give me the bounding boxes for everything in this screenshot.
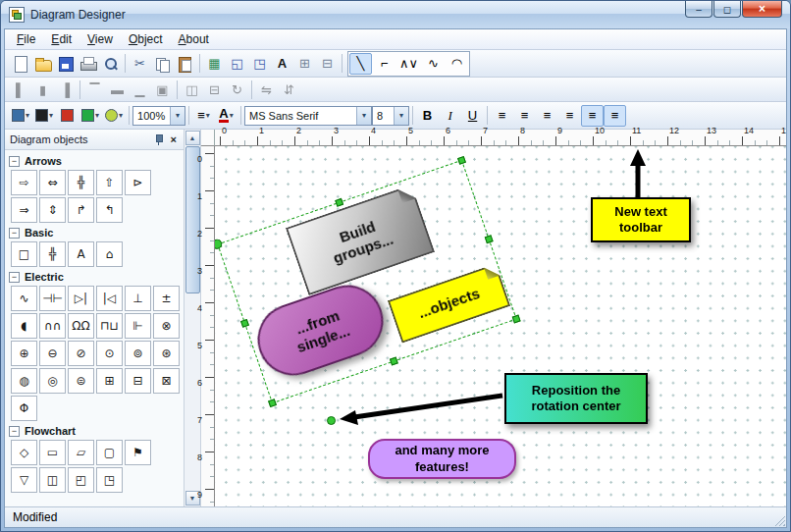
zigzag-tool[interactable]: ∧∨ bbox=[396, 53, 421, 75]
shape-electric-3-2[interactable]: ⊖ bbox=[39, 341, 66, 366]
print-preview-button[interactable] bbox=[99, 53, 122, 75]
insert-image-button[interactable]: ▦ bbox=[203, 53, 226, 75]
maximize-button[interactable]: ◻ bbox=[713, 1, 741, 18]
shape-flowchart-1-3[interactable]: ▱ bbox=[68, 440, 94, 465]
collapse-icon[interactable]: − bbox=[9, 272, 20, 283]
shape-electric-3-3[interactable]: ⊘ bbox=[68, 341, 94, 366]
shape-flowchart-2-3[interactable]: ◰ bbox=[68, 467, 94, 493]
shape-electric-1-1[interactable]: ∿ bbox=[11, 286, 37, 311]
title-bar[interactable]: Diagram Designer bbox=[1, 1, 790, 28]
selection-handle[interactable] bbox=[390, 357, 398, 366]
panel-close-icon[interactable]: × bbox=[169, 133, 179, 145]
shape-electric-3-1[interactable]: ⊕ bbox=[11, 341, 37, 366]
shape-electric-4-5[interactable]: ⊟ bbox=[125, 368, 151, 394]
shape-arrows-2-3[interactable]: ↱ bbox=[68, 197, 94, 223]
section-header-flowchart[interactable]: −Flowchart bbox=[8, 422, 181, 439]
selection-handle[interactable] bbox=[485, 235, 494, 243]
shape-basic-1-1[interactable]: □ bbox=[11, 241, 37, 267]
selection-handle[interactable] bbox=[512, 315, 521, 324]
font-color-button[interactable]: A▾ bbox=[215, 105, 237, 127]
pin-icon[interactable] bbox=[154, 134, 164, 145]
bold-button[interactable]: B bbox=[416, 105, 439, 127]
rotation-handle[interactable] bbox=[215, 238, 224, 250]
menu-edit[interactable]: Edit bbox=[43, 30, 79, 48]
shape-basic-1-3[interactable]: A bbox=[68, 241, 94, 267]
shape-electric-2-6[interactable]: ⊗ bbox=[153, 313, 180, 339]
shape-basic-1-2[interactable]: ╬ bbox=[39, 241, 66, 267]
selection-handle[interactable] bbox=[240, 319, 249, 328]
callout-many-more[interactable]: and many more features! bbox=[368, 439, 516, 479]
line-width-button[interactable]: ≡▾ bbox=[192, 105, 215, 127]
shape-electric-2-2[interactable]: ∩∩ bbox=[39, 313, 66, 339]
minimize-button[interactable]: – bbox=[685, 1, 712, 18]
align-text-center-button[interactable]: ≡ bbox=[513, 105, 536, 127]
shape-flowchart-1-2[interactable]: ▭ bbox=[39, 440, 66, 465]
menu-view[interactable]: View bbox=[79, 30, 121, 48]
font-combo[interactable]: MS Sans Serif▾ bbox=[244, 106, 372, 126]
shape-flowchart-1-1[interactable]: ◇ bbox=[11, 440, 37, 465]
collapse-icon[interactable]: − bbox=[9, 426, 20, 437]
shape-arrows-1-1[interactable]: ⇨ bbox=[11, 170, 37, 195]
shape-arrows-2-1[interactable]: ⇒ bbox=[11, 197, 37, 223]
collapse-icon[interactable]: − bbox=[9, 228, 20, 239]
snap-to-grid-button[interactable]: ⊞ bbox=[293, 53, 316, 75]
shape-electric-4-1[interactable]: ◍ bbox=[11, 368, 37, 394]
drawing-area[interactable]: Build groups... ...objects ...from singl… bbox=[215, 146, 786, 506]
paste-button[interactable] bbox=[174, 53, 196, 75]
shape-electric-4-2[interactable]: ◎ bbox=[39, 368, 66, 394]
shape-electric-2-3[interactable]: ΩΩ bbox=[68, 313, 94, 339]
shape-electric-1-2[interactable]: ⊣⊢ bbox=[39, 286, 66, 311]
chevron-down-icon[interactable]: ▾ bbox=[356, 107, 371, 125]
line-tool[interactable]: ╲ bbox=[349, 53, 372, 75]
section-header-basic[interactable]: −Basic bbox=[8, 224, 181, 240]
highlight-color-button[interactable] bbox=[56, 105, 79, 127]
shape-flowchart-2-4[interactable]: ◳ bbox=[96, 467, 123, 493]
panel-scrollbar[interactable]: ▲ ▼ bbox=[185, 130, 201, 506]
shape-arrows-2-4[interactable]: ↰ bbox=[96, 197, 123, 223]
shape-electric-3-4[interactable]: ⊙ bbox=[96, 341, 123, 366]
selection-handle[interactable] bbox=[268, 399, 277, 407]
menu-file[interactable]: File bbox=[9, 30, 43, 48]
ungroup-button[interactable]: ◳ bbox=[248, 53, 271, 75]
chevron-down-icon[interactable]: ▾ bbox=[394, 107, 408, 125]
shape-electric-2-5[interactable]: ⊩ bbox=[125, 313, 151, 339]
align-text-left-button[interactable]: ≡ bbox=[491, 105, 513, 127]
line-color-button[interactable]: ▾ bbox=[32, 105, 56, 127]
shape-electric-1-3[interactable]: ▷| bbox=[68, 286, 94, 311]
shape-electric-2-1[interactable]: ◖ bbox=[11, 313, 37, 339]
zoom-combo[interactable]: 100%▾ bbox=[132, 106, 185, 126]
resize-grip[interactable] bbox=[773, 514, 785, 526]
arc-tool[interactable]: ◠ bbox=[446, 53, 468, 75]
shape-electric-4-3[interactable]: ⊜ bbox=[68, 368, 94, 394]
callout-new-text-toolbar[interactable]: New text toolbar bbox=[591, 197, 691, 242]
curve-tool[interactable]: ∿ bbox=[422, 53, 445, 75]
collapse-icon[interactable]: − bbox=[9, 156, 20, 167]
transparency-button[interactable]: ▾ bbox=[102, 105, 126, 127]
align-text-top-button[interactable]: ≡ bbox=[558, 105, 581, 127]
menu-about[interactable]: About bbox=[171, 30, 217, 48]
menu-object[interactable]: Object bbox=[121, 30, 171, 48]
shape-electric-1-5[interactable]: ⊥ bbox=[125, 286, 151, 311]
selection-handle[interactable] bbox=[335, 198, 343, 207]
italic-button[interactable]: I bbox=[439, 105, 461, 127]
shape-electric-3-6[interactable]: ⊛ bbox=[153, 341, 180, 366]
font-size-combo[interactable]: 8▾ bbox=[372, 106, 409, 126]
shape-electric-1-6[interactable]: ± bbox=[153, 286, 180, 311]
shape-electric-3-5[interactable]: ⊚ bbox=[125, 341, 151, 366]
cut-button[interactable]: ✂ bbox=[129, 53, 151, 75]
fill-color-button[interactable]: ▾ bbox=[9, 105, 32, 127]
polyline-tool[interactable]: ⌐ bbox=[373, 53, 396, 75]
new-button[interactable] bbox=[9, 53, 31, 75]
save-button[interactable] bbox=[54, 53, 77, 75]
shape-electric-4-6[interactable]: ⊠ bbox=[153, 368, 180, 394]
selection-handle[interactable] bbox=[457, 156, 466, 165]
shape-flowchart-1-4[interactable]: ▢ bbox=[96, 440, 123, 465]
callout-reposition[interactable]: Reposition the rotation center bbox=[504, 373, 648, 424]
shape-flowchart-2-1[interactable]: ▽ bbox=[11, 467, 37, 493]
shape-electric-4-4[interactable]: ⊞ bbox=[96, 368, 123, 394]
shape-arrows-1-5[interactable]: ⊳ bbox=[125, 170, 151, 195]
shape-electric-1-4[interactable]: |◁ bbox=[96, 286, 123, 311]
shape-flowchart-2-2[interactable]: ◫ bbox=[39, 467, 66, 493]
shape-arrows-1-2[interactable]: ⇔ bbox=[39, 170, 66, 195]
shape-arrows-2-2[interactable]: ⇕ bbox=[39, 197, 66, 223]
